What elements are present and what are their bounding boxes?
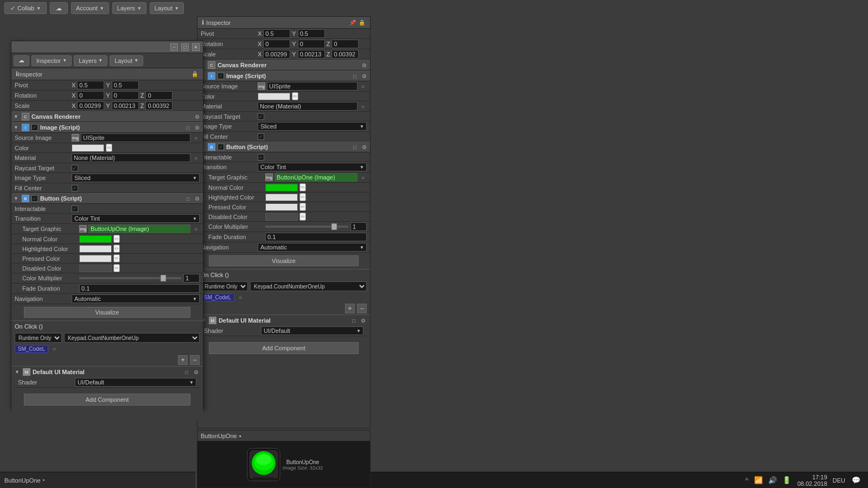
- right-target-link-icon[interactable]: ○: [359, 174, 367, 181]
- right-material-copy-icon[interactable]: □: [350, 317, 358, 324]
- layout-inner-button[interactable]: Layout ▼: [110, 55, 143, 66]
- layout-button[interactable]: Layout ▼: [150, 2, 184, 14]
- right-function-select[interactable]: Keypad.CountNumberOneUp: [250, 281, 367, 291]
- right-canvas-settings-icon[interactable]: ⚙: [360, 61, 368, 69]
- right-runtime-select[interactable]: Runtime Only: [201, 281, 248, 291]
- right-fade-duration-input[interactable]: [265, 233, 367, 241]
- right-target-graphic-input[interactable]: [275, 173, 358, 182]
- right-image-type-dropdown[interactable]: Sliced ▼: [258, 122, 367, 131]
- right-disabled-color-edit-icon[interactable]: ✏: [299, 213, 306, 221]
- right-rz-input[interactable]: [331, 40, 359, 48]
- add-onclick-button[interactable]: +: [178, 355, 188, 365]
- right-pressed-color-edit-icon[interactable]: ✏: [299, 203, 306, 211]
- right-image-settings-icon[interactable]: ⚙: [360, 72, 368, 80]
- right-transition-dropdown[interactable]: Color Tint ▼: [258, 163, 367, 171]
- right-pivot-y-input[interactable]: [298, 29, 325, 38]
- right-raycast-checkbox[interactable]: ✓: [258, 113, 264, 120]
- highlighted-color-edit-icon[interactable]: ✏: [113, 245, 120, 253]
- right-ry-input[interactable]: [298, 40, 325, 48]
- button-script-copy-icon[interactable]: □: [184, 195, 192, 202]
- right-sy-input[interactable]: [298, 50, 325, 59]
- right-highlighted-color-edit-icon[interactable]: ✏: [299, 193, 306, 201]
- close-button[interactable]: ✕: [192, 43, 200, 51]
- right-rx-input[interactable]: [263, 40, 290, 48]
- shader-dropdown[interactable]: UI/Default ▼: [75, 378, 196, 387]
- rotation-x-input[interactable]: [77, 91, 104, 100]
- right-add-component-button[interactable]: Add Component: [209, 342, 358, 354]
- color-swatch[interactable]: [72, 144, 104, 152]
- target-graphic-input[interactable]: [88, 224, 190, 233]
- transition-dropdown[interactable]: Color Tint ▼: [72, 214, 200, 223]
- fill-center-checkbox[interactable]: ✓: [72, 185, 78, 191]
- function-select[interactable]: Keypad.CountNumberOneUp: [64, 333, 200, 343]
- taskbar-message-icon[interactable]: 💬: [851, 476, 861, 484]
- pressed-color-edit-icon[interactable]: ✏: [113, 254, 120, 262]
- account-inner-button[interactable]: Inspector ▼: [31, 55, 72, 66]
- image-enabled-checkbox[interactable]: ✓: [31, 124, 38, 131]
- right-sm-codel-settings-icon[interactable]: ○: [237, 294, 244, 301]
- right-remove-onclick-button[interactable]: −: [357, 304, 367, 313]
- normal-color-swatch[interactable]: [79, 235, 112, 243]
- color-multiplier-input[interactable]: [183, 274, 200, 282]
- right-normal-color-edit-icon[interactable]: ✏: [299, 183, 306, 191]
- pressed-color-swatch[interactable]: [79, 255, 112, 262]
- right-source-image-input[interactable]: [267, 82, 358, 91]
- pivot-x-input[interactable]: [77, 81, 104, 89]
- target-graphic-link-icon[interactable]: ○: [192, 225, 200, 233]
- right-sz-input[interactable]: [331, 50, 359, 59]
- highlighted-color-swatch[interactable]: [79, 245, 112, 253]
- taskbar-battery-icon[interactable]: 🔋: [781, 476, 792, 484]
- right-color-edit-icon[interactable]: ✏: [292, 92, 298, 100]
- material-settings-icon[interactable]: ⚙: [192, 368, 200, 376]
- right-panel-pin-icon[interactable]: 📌: [349, 19, 356, 27]
- image-script-copy-icon[interactable]: □: [184, 124, 192, 131]
- scale-x-input[interactable]: [77, 101, 104, 110]
- right-fill-center-checkbox[interactable]: ✓: [258, 133, 264, 140]
- runtime-select[interactable]: Runtime Only: [15, 333, 62, 343]
- right-image-enabled[interactable]: ✓: [218, 73, 224, 79]
- right-interactable-checkbox[interactable]: ✓: [258, 154, 264, 160]
- right-navigation-dropdown[interactable]: Automatic ▼: [258, 243, 367, 252]
- remove-onclick-button[interactable]: −: [190, 355, 200, 365]
- source-image-link-icon[interactable]: ○: [192, 134, 200, 142]
- interactable-checkbox[interactable]: ✓: [72, 206, 78, 212]
- right-sx-input[interactable]: [263, 50, 290, 59]
- right-material-settings-icon[interactable]: ⚙: [359, 317, 367, 324]
- right-color-multiplier-slider[interactable]: [265, 226, 348, 228]
- right-pressed-color-swatch[interactable]: [265, 203, 298, 211]
- source-image-input[interactable]: [81, 133, 190, 142]
- taskbar-chevron-icon[interactable]: ^: [744, 476, 750, 484]
- right-color-multiplier-input[interactable]: [350, 222, 367, 231]
- right-disabled-color-swatch[interactable]: [265, 213, 298, 221]
- disabled-color-swatch[interactable]: [79, 265, 112, 272]
- right-material-link-icon[interactable]: ○: [359, 102, 367, 110]
- taskbar-volume-icon[interactable]: 🔊: [767, 476, 778, 484]
- material-link-icon[interactable]: ○: [192, 154, 200, 162]
- right-panel-lock-icon[interactable]: 🔒: [358, 19, 366, 27]
- taskbar-network-icon[interactable]: 📶: [753, 476, 764, 484]
- material-input[interactable]: [72, 153, 190, 162]
- right-normal-color-swatch[interactable]: [265, 184, 298, 191]
- button-script-settings-icon[interactable]: ⚙: [193, 195, 201, 202]
- right-source-link-icon[interactable]: ○: [359, 82, 367, 90]
- add-component-button[interactable]: Add Component: [24, 394, 190, 406]
- scale-z-input[interactable]: [145, 101, 173, 110]
- scale-y-input[interactable]: [112, 101, 139, 110]
- rotation-z-input[interactable]: [145, 91, 173, 100]
- layers-inner-button[interactable]: Layers ▼: [74, 55, 107, 66]
- cloud-button[interactable]: ☁: [50, 2, 68, 14]
- normal-color-edit-icon[interactable]: ✏: [113, 235, 120, 243]
- sm-codel-settings-icon[interactable]: ○: [50, 345, 58, 353]
- disabled-color-edit-icon[interactable]: ✏: [113, 264, 120, 272]
- image-type-dropdown[interactable]: Sliced ▼: [72, 174, 200, 182]
- account-button[interactable]: Account ▼: [71, 2, 109, 14]
- right-button-copy-icon[interactable]: □: [351, 143, 359, 151]
- cloud-inner-button[interactable]: ☁: [14, 55, 29, 66]
- pivot-y-input[interactable]: [112, 81, 139, 89]
- right-highlighted-color-swatch[interactable]: [265, 194, 298, 201]
- fade-duration-input[interactable]: [79, 284, 200, 293]
- right-add-onclick-button[interactable]: +: [345, 304, 355, 313]
- raycast-checkbox[interactable]: ✓: [72, 165, 78, 171]
- right-color-swatch[interactable]: [258, 93, 290, 100]
- maximize-button[interactable]: □: [181, 43, 189, 51]
